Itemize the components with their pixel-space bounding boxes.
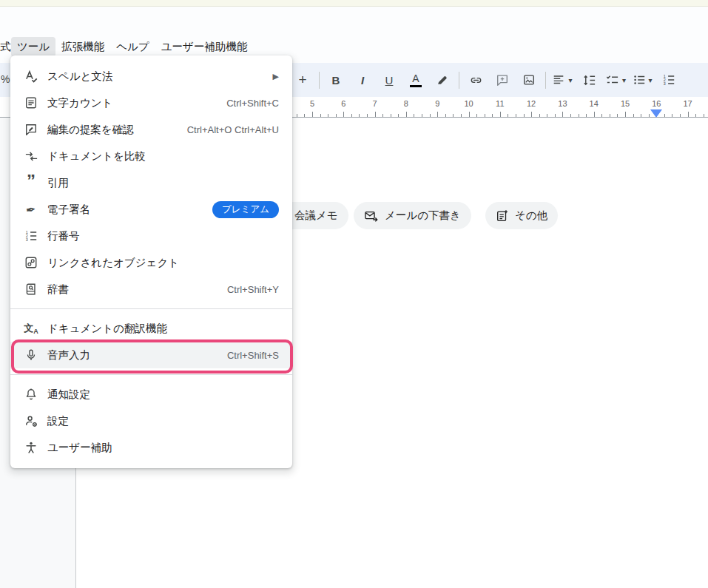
align-icon: [552, 73, 565, 87]
translate-icon: 文A: [24, 321, 38, 336]
ruler-tick: [406, 112, 407, 117]
underline-button[interactable]: U: [379, 69, 399, 91]
ruler-tick: [617, 114, 618, 117]
ruler-tick: [430, 114, 431, 117]
dropdown-caret-icon: ▾: [622, 76, 626, 84]
menu-item-translate-document[interactable]: 文Aドキュメントの翻訳機能: [10, 315, 292, 342]
checklist-button[interactable]: ▾: [605, 69, 626, 91]
shortcut-label: Ctrl+Shift+C: [226, 98, 279, 109]
align-button[interactable]: ▾: [552, 69, 573, 91]
menu-item-compare-documents[interactable]: ドキュメントを比較: [10, 143, 292, 169]
menu-item-label: 行番号: [47, 229, 80, 243]
line-spacing-button[interactable]: [579, 69, 599, 91]
ruler-number: 10: [464, 99, 473, 108]
menu-item-esignature[interactable]: ✒電子署名プレミアム: [10, 196, 292, 223]
font-size-increase-button[interactable]: +: [292, 69, 313, 91]
bell-icon: [24, 387, 38, 402]
menu-separator: [10, 308, 292, 309]
ruler-tick: [562, 112, 563, 117]
menubar-item-extensions[interactable]: 拡張機能: [55, 37, 110, 57]
menu-item-label: ドキュメントを比較: [47, 149, 146, 163]
menu-item-dictionary[interactable]: 辞書Ctrl+Shift+Y: [10, 276, 292, 303]
citations-icon: ”: [24, 175, 38, 190]
menu-item-review-suggested-edits[interactable]: 編集の提案を確認Ctrl+Alt+O Ctrl+Alt+U: [10, 116, 292, 143]
ruler-tick: [492, 114, 493, 117]
more-templates-icon: [496, 209, 509, 223]
ruler-tick: [531, 112, 532, 117]
add-comment-icon: [496, 73, 509, 87]
ruler-tick: [336, 114, 337, 117]
ruler-number: 14: [590, 99, 599, 108]
ruler-tick: [453, 114, 454, 117]
menubar-item-accessibility[interactable]: ユーザー補助機能: [155, 37, 254, 57]
menu-item-voice-typing[interactable]: 音声入力Ctrl+Shift+S: [10, 342, 292, 368]
bold-button[interactable]: B: [326, 69, 346, 91]
ruler-tick: [414, 114, 414, 117]
ruler-tick: [508, 114, 508, 117]
ruler-tick: [649, 114, 650, 117]
ruler-tick: [297, 114, 297, 117]
menu-item-spelling-grammar[interactable]: スペルと文法▶: [10, 63, 292, 89]
menu-item-preferences[interactable]: 設定: [10, 408, 292, 434]
ruler-tick: [579, 114, 579, 117]
template-chip-email-draft[interactable]: メールの下書き: [354, 202, 471, 229]
ruler-number: 8: [404, 99, 408, 108]
linked-objects-icon: [24, 255, 38, 270]
ruler-tick: [601, 114, 602, 117]
menu-item-label: 電子署名: [47, 203, 90, 217]
ruler-tick: [476, 114, 477, 117]
tools-menu: スペルと文法▶文字カウントCtrl+Shift+C編集の提案を確認Ctrl+Al…: [10, 55, 292, 468]
ruler-tick: [664, 114, 665, 117]
ruler-tick: [516, 114, 516, 117]
insert-link-button[interactable]: [465, 69, 486, 91]
checklist-icon: [605, 73, 619, 87]
bulleted-list-button[interactable]: ▾: [632, 69, 653, 91]
menu-item-accessibility-settings[interactable]: ユーザー補助: [10, 434, 292, 461]
insert-image-button[interactable]: [519, 69, 539, 91]
ruler-number: 11: [496, 99, 504, 108]
menu-item-line-numbers[interactable]: 123行番号: [10, 223, 292, 249]
indent-marker[interactable]: [650, 109, 662, 118]
premium-badge: プレミアム: [212, 201, 279, 218]
menu-item-label: 文字カウント: [47, 96, 112, 110]
ruler-tick: [422, 114, 422, 117]
highlight-color-button[interactable]: [432, 69, 453, 91]
menu-item-word-count[interactable]: 文字カウントCtrl+Shift+C: [10, 89, 292, 116]
dropdown-caret-icon: ▾: [568, 76, 572, 84]
menu-bar: 式ツール拡張機能ヘルプユーザー補助機能: [0, 36, 253, 58]
menubar-item-format-partial[interactable]: 式: [0, 37, 11, 57]
highlight-color-icon: [436, 73, 449, 87]
google-docs-window: 式ツール拡張機能ヘルプユーザー補助機能 % +BIUA▾▾▾123 567891…: [0, 0, 708, 588]
ruler-number: 15: [621, 99, 630, 108]
menu-item-linked-objects[interactable]: リンクされたオブジェクト: [10, 249, 292, 276]
font-size-increase-icon: +: [298, 72, 306, 88]
ruler-tick: [641, 114, 641, 117]
ruler-tick: [367, 114, 368, 117]
menu-item-notification-settings[interactable]: 通知設定: [10, 381, 292, 408]
template-chip-label: 会議メモ: [294, 209, 338, 223]
menu-separator: [10, 374, 292, 375]
zoom-control-partial[interactable]: %: [1, 73, 10, 85]
template-chip-label: メールの下書き: [385, 209, 461, 223]
ruler-tick: [547, 114, 547, 117]
italic-button[interactable]: I: [352, 69, 373, 91]
insert-image-icon: [522, 73, 536, 87]
add-comment-button[interactable]: [492, 69, 513, 91]
menubar-item-help[interactable]: ヘルプ: [110, 37, 155, 57]
ruler-tick: [680, 114, 681, 117]
menu-item-label: ドキュメントの翻訳機能: [47, 322, 167, 336]
ruler-tick: [461, 114, 462, 117]
menubar-item-tools[interactable]: ツール: [11, 37, 55, 57]
numbered-list-button[interactable]: 123: [658, 69, 679, 91]
toolbar-divider: [459, 72, 459, 89]
ruler-tick: [312, 112, 313, 117]
text-color-button[interactable]: A: [405, 69, 426, 91]
ruler-tick: [625, 112, 626, 117]
template-chip-more[interactable]: その他: [485, 202, 558, 229]
ruler-tick: [351, 114, 352, 117]
browser-edge-strip: [0, 0, 708, 7]
ruler-tick: [382, 114, 383, 117]
menu-item-citations[interactable]: ”引用: [10, 169, 292, 196]
ruler-tick: [445, 114, 446, 117]
menu-item-label: スペルと文法: [47, 70, 112, 84]
